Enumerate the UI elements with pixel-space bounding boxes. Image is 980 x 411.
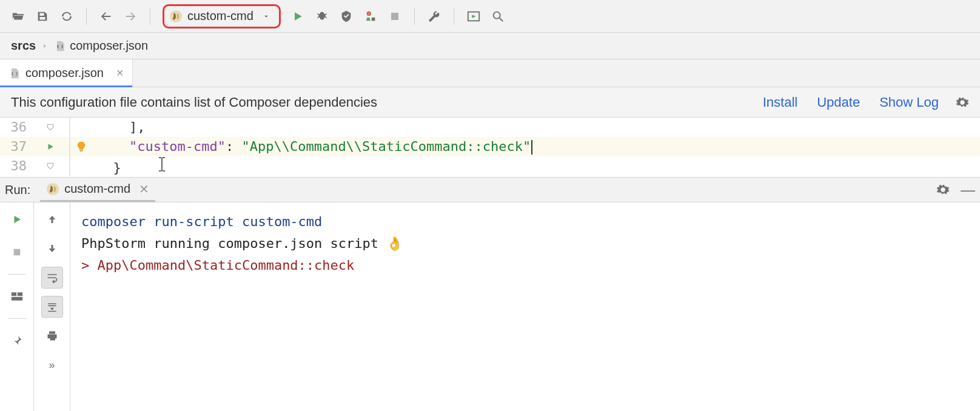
run-tool-window-header: Run: custom-cmd ✕ — [0,177,980,202]
build-icon[interactable] [423,5,445,27]
back-icon[interactable] [95,5,117,27]
json-file-icon [8,67,21,79]
info-message: This configuration file contains list of… [11,95,743,110]
breadcrumb-file[interactable]: composer.json [54,39,148,53]
editor-tabs: composer.json ✕ [0,59,980,87]
composer-info-bar: This configuration file contains list of… [0,87,980,118]
svg-line-7 [500,18,503,21]
separator [454,8,454,25]
main-toolbar: custom-cmd [0,0,980,33]
search-icon[interactable] [487,5,509,27]
console-output[interactable]: composer run-script custom-cmd PhpStorm … [70,202,980,411]
editor-tab-composer[interactable]: composer.json ✕ [0,59,133,87]
breadcrumb-root-label: srcs [11,39,36,53]
open-icon[interactable] [7,5,29,27]
gear-icon[interactable] [936,183,950,196]
profile-icon[interactable] [360,5,381,27]
close-icon[interactable]: ✕ [116,67,124,79]
sync-icon[interactable] [56,5,78,27]
svg-rect-11 [11,292,16,296]
console-line: composer run-script custom-cmd [81,211,969,233]
layout-icon[interactable] [6,286,28,307]
composer-icon [169,10,183,23]
breadcrumb-file-label: composer.json [70,39,148,53]
svg-rect-3 [372,17,375,21]
save-all-icon[interactable] [32,5,53,27]
run-config-selector[interactable]: custom-cmd [163,4,281,28]
debug-icon[interactable] [311,5,333,27]
fold-end-icon[interactable] [46,162,55,170]
svg-rect-8 [80,150,83,152]
scroll-to-end-icon[interactable] [41,296,63,318]
run-tab[interactable]: custom-cmd ✕ [40,178,155,202]
gear-icon[interactable] [956,96,969,109]
gutter-run-icon[interactable] [32,137,69,156]
json-file-icon [54,40,66,52]
breadcrumb-root[interactable]: srcs [11,39,36,53]
show-log-link[interactable]: Show Log [879,95,939,110]
line-number: 36 [0,118,32,137]
breadcrumb: srcs composer.json [0,33,980,59]
editor-line: 38 } [0,156,980,176]
svg-point-6 [494,12,500,18]
stop-icon[interactable] [384,5,406,27]
hide-icon[interactable]: — [961,181,975,198]
text-cursor-icon [158,156,166,172]
gutter [32,156,69,176]
close-icon[interactable]: ✕ [139,182,149,196]
soft-wrap-icon[interactable] [41,267,63,289]
run-tool-window: » composer run-script custom-cmd PhpStor… [0,202,980,411]
svg-line-2 [368,12,370,15]
print-icon[interactable] [41,325,63,347]
chevron-right-icon [41,42,49,50]
separator [86,8,87,25]
stop-icon[interactable] [6,241,28,263]
run-icon[interactable] [287,5,309,27]
code-editor[interactable]: 36 ], 37 "custom-cmd": "App\\Command\\St… [0,118,980,177]
run-anything-icon[interactable] [463,5,485,27]
svg-rect-10 [13,249,20,256]
svg-rect-4 [391,13,398,20]
run-toolbar-console: » [34,202,70,411]
run-tab-label: custom-cmd [64,182,130,196]
editor-line-current: 37 "custom-cmd": "App\\Command\\StaticCo… [0,137,980,156]
run-config-label: custom-cmd [187,9,253,23]
line-number: 37 [0,137,32,156]
rerun-icon[interactable] [6,209,28,230]
chevron-down-icon [262,12,270,21]
separator [150,8,150,25]
code-text: ], [92,118,980,137]
more-icon[interactable]: » [41,354,63,376]
intention-bulb-icon[interactable] [70,137,92,156]
console-line: PhpStorm running composer.json script 👌 [81,233,969,255]
line-number: 38 [0,156,32,176]
code-text: "custom-cmd": "App\\Command\\StaticComma… [92,137,980,156]
separator [414,8,415,25]
editor-tab-label: composer.json [25,66,104,80]
run-label: Run: [5,183,30,197]
run-toolbar-left [0,202,34,411]
forward-icon[interactable] [119,5,141,27]
svg-rect-13 [11,297,22,301]
coverage-icon[interactable] [335,5,357,27]
editor-line: 36 ], [0,118,980,137]
composer-icon [46,182,59,196]
svg-rect-12 [17,292,22,296]
update-link[interactable]: Update [817,95,860,110]
install-link[interactable]: Install [763,95,797,110]
fold-end-icon[interactable] [46,123,55,132]
pin-icon[interactable] [6,330,28,352]
text-caret [531,140,532,155]
code-text: } [92,156,980,176]
scroll-down-icon[interactable] [41,238,63,259]
console-line: > App\Command\StaticCommand::check [81,255,969,276]
scroll-up-icon[interactable] [41,209,63,230]
gutter [32,118,69,137]
ok-hand-emoji: 👌 [386,236,403,251]
